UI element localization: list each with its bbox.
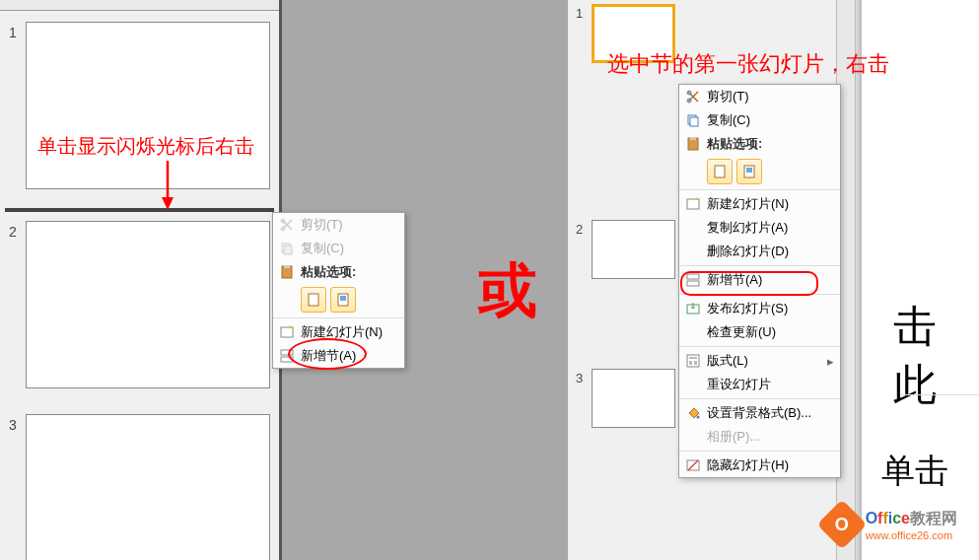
svg-rect-7 bbox=[284, 265, 290, 268]
menu-cut[interactable]: 剪切(T) bbox=[679, 85, 840, 108]
svg-rect-8 bbox=[309, 294, 318, 306]
watermark-brand: Office教程网 bbox=[866, 509, 957, 529]
tab-header bbox=[0, 0, 279, 11]
menu-label: 删除幻灯片(D) bbox=[707, 243, 789, 260]
menu-publish-slides[interactable]: 发布幻灯片(S) bbox=[679, 297, 840, 320]
slide-number: 2 bbox=[576, 222, 583, 237]
slide-thumbnail-2[interactable]: 2 bbox=[26, 221, 270, 388]
scissors-icon bbox=[273, 217, 301, 233]
left-slide-panel: 1 2 3 bbox=[0, 0, 282, 560]
menu-label: 复制(C) bbox=[707, 111, 750, 129]
menu-label: 剪切(T) bbox=[301, 216, 343, 234]
paste-use-destination-theme[interactable] bbox=[301, 287, 326, 313]
svg-rect-10 bbox=[340, 296, 346, 301]
slide-thumbnail-2[interactable] bbox=[592, 220, 675, 279]
menu-label: 剪切(T) bbox=[707, 88, 749, 105]
paste-use-destination-theme[interactable] bbox=[707, 159, 733, 184]
menu-label: 新建幻灯片(N) bbox=[707, 195, 789, 213]
menu-label: 检查更新(U) bbox=[707, 323, 776, 341]
annotation-right: 选中节的第一张幻灯片，右击 bbox=[607, 49, 889, 79]
menu-label: 发布幻灯片(S) bbox=[707, 300, 788, 317]
watermark-url: www.office26.com bbox=[866, 529, 957, 541]
title-placeholder[interactable]: 击此 bbox=[893, 298, 979, 414]
copy-icon bbox=[679, 112, 707, 128]
svg-rect-30 bbox=[694, 361, 697, 365]
logo-icon: O bbox=[816, 500, 867, 550]
hide-slide-icon bbox=[679, 457, 707, 473]
annotation-arrow bbox=[79, 156, 187, 215]
menu-reset-slide[interactable]: 重设幻灯片 bbox=[679, 373, 840, 396]
menu-label: 粘贴选项: bbox=[707, 135, 762, 153]
svg-rect-22 bbox=[746, 168, 752, 173]
menu-label: 粘贴选项: bbox=[301, 263, 356, 281]
svg-rect-11 bbox=[281, 327, 293, 337]
menu-delete-slide[interactable]: 删除幻灯片(D) bbox=[679, 240, 840, 263]
slide-number: 2 bbox=[9, 224, 17, 240]
paste-keep-source-format[interactable] bbox=[736, 159, 762, 184]
svg-marker-1 bbox=[162, 197, 174, 210]
svg-rect-19 bbox=[690, 137, 696, 140]
scissors-icon bbox=[679, 89, 707, 105]
menu-label: 复制幻灯片(A) bbox=[707, 219, 788, 237]
menu-copy: 复制(C) bbox=[273, 237, 404, 260]
submenu-arrow-icon: ▸ bbox=[827, 354, 834, 369]
menu-background-format[interactable]: 设置背景格式(B)... bbox=[679, 401, 840, 425]
new-slide-icon bbox=[679, 196, 707, 212]
menu-new-slide[interactable]: 新建幻灯片(N) bbox=[679, 192, 840, 216]
svg-rect-5 bbox=[284, 245, 292, 254]
paste-option-buttons bbox=[679, 156, 840, 187]
slide-number: 3 bbox=[9, 417, 17, 433]
menu-label: 设置背景格式(B)... bbox=[707, 404, 811, 422]
paint-bucket-icon bbox=[679, 405, 707, 421]
layout-icon bbox=[679, 353, 707, 369]
or-label: 或 bbox=[478, 251, 537, 331]
svg-point-31 bbox=[697, 416, 700, 419]
svg-rect-28 bbox=[689, 357, 697, 359]
svg-rect-20 bbox=[715, 166, 725, 177]
menu-duplicate-slide[interactable]: 复制幻灯片(A) bbox=[679, 216, 840, 240]
svg-rect-29 bbox=[689, 361, 692, 365]
menu-label: 复制(C) bbox=[301, 240, 344, 257]
menu-hide-slide[interactable]: 隐藏幻灯片(H) bbox=[679, 454, 840, 477]
menu-label: 版式(L) bbox=[707, 352, 748, 370]
copy-icon bbox=[273, 241, 301, 256]
svg-rect-23 bbox=[687, 199, 699, 209]
menu-label: 重设幻灯片 bbox=[707, 376, 771, 393]
menu-copy[interactable]: 复制(C) bbox=[679, 108, 840, 132]
menu-cut: 剪切(T) bbox=[273, 213, 404, 237]
menu-label: 隐藏幻灯片(H) bbox=[707, 456, 789, 474]
slide-number: 1 bbox=[576, 6, 583, 21]
publish-icon bbox=[679, 301, 707, 316]
menu-paste-options: 粘贴选项: bbox=[273, 260, 404, 284]
paste-option-buttons bbox=[273, 284, 404, 315]
menu-check-updates[interactable]: 检查更新(U) bbox=[679, 320, 840, 344]
annotation-circle bbox=[288, 338, 367, 370]
slide-edit-area[interactable]: 击此 单击 bbox=[862, 0, 979, 560]
annotation-box bbox=[680, 271, 818, 296]
paste-keep-source-format[interactable] bbox=[330, 287, 356, 313]
slide-number: 1 bbox=[9, 25, 17, 40]
watermark: O Office教程网 www.office26.com bbox=[824, 507, 957, 542]
menu-album: 相册(P)... bbox=[679, 425, 840, 449]
menu-layout[interactable]: 版式(L) ▸ bbox=[679, 349, 840, 373]
slide-thumbnail-3[interactable] bbox=[592, 369, 675, 428]
menu-label: 相册(P)... bbox=[707, 428, 760, 446]
svg-rect-27 bbox=[687, 355, 699, 367]
slide-thumbnail-3[interactable]: 3 bbox=[26, 414, 270, 560]
clipboard-icon bbox=[273, 264, 301, 280]
svg-rect-17 bbox=[690, 117, 698, 126]
slide-number: 3 bbox=[576, 371, 583, 385]
subtitle-placeholder[interactable]: 单击 bbox=[881, 449, 948, 494]
new-slide-icon bbox=[273, 324, 301, 340]
clipboard-icon bbox=[679, 136, 707, 152]
menu-paste-options: 粘贴选项: bbox=[679, 132, 840, 156]
